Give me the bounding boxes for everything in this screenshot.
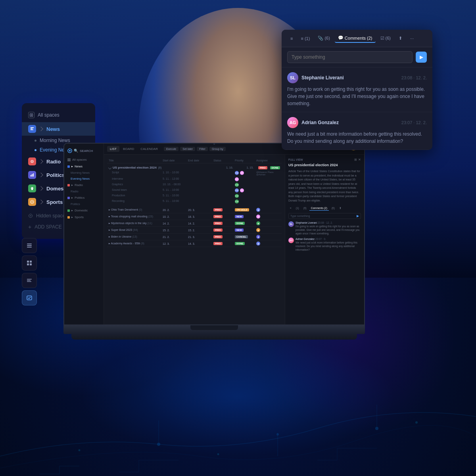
subtask-script-title: Script [112, 171, 161, 176]
rtab-comments[interactable]: Comments (2) [309, 206, 329, 211]
task-texas-start: 10. 2. [163, 215, 186, 218]
comment-2-text: We need just a bit more information befo… [287, 131, 427, 145]
set-later-btn[interactable]: Set later [180, 147, 195, 151]
app-sidebar: 🔍 SEARCH All spaces ▸ News Morning News … [64, 144, 104, 324]
tab-list[interactable]: LIST [107, 146, 119, 152]
task-ohio-start: 20. 2. [163, 209, 186, 211]
tab-calendar[interactable]: CALENDAR [138, 146, 161, 152]
right-input-placeholder[interactable]: Type something [290, 215, 355, 217]
table-header: Title Start date End date Status Priorit… [107, 158, 282, 163]
tool-text-btn[interactable] [22, 273, 37, 288]
tool-list-btn[interactable] [22, 238, 37, 253]
mini-comment-2: AG Adrian Gonzalez 23:07 · 0. We need ju… [288, 238, 361, 251]
tab-more[interactable]: ··· [407, 35, 417, 42]
app-radio-child: Radio [64, 188, 104, 194]
tab-comments[interactable]: 💬 Comments (2) [335, 34, 376, 43]
app-nav-sports[interactable]: ▸ Sports [64, 214, 104, 221]
tool-grid-btn[interactable] [22, 255, 37, 271]
oscars-assignee: ◉ [256, 242, 260, 246]
task-biden-start: 21. 2. [163, 236, 186, 238]
app-nav-evening-news[interactable]: Evening News [64, 176, 104, 182]
tab-attach[interactable]: 📎 (6) [315, 34, 333, 42]
sports-label: Sports [46, 199, 63, 205]
app-sports: Sports [75, 215, 84, 219]
comment-1: SL Stephanie Liverani 23:08 · 12. 2. I'm… [282, 67, 432, 112]
comment-2-header: AG Adrian Gonzalez 23:07 · 12. 2. [287, 117, 427, 128]
ufo-prio: PRIO [213, 222, 223, 225]
fullview-expand[interactable]: ⊞ [354, 158, 357, 161]
sidebar-item-news[interactable]: News [22, 122, 95, 136]
right-panel-tabs: ≡ (1) (6) Comments (2) (6) ⬆ [288, 206, 361, 211]
assignee-km: KM [235, 188, 239, 192]
grid-icon: ⊞ [28, 112, 35, 118]
tab-check[interactable]: ☑ (6) [377, 34, 394, 42]
col-assignee: Assignee [256, 159, 280, 162]
rtab-6a[interactable]: (6) [302, 206, 308, 211]
app-nav-politics[interactable]: ▸ Politics [64, 194, 104, 201]
svg-rect-14 [31, 175, 31, 177]
send-button[interactable]: ▶ [416, 52, 427, 63]
right-panel-description: Article Two of the United States Constit… [288, 169, 361, 203]
svg-rect-23 [30, 261, 32, 263]
tab-upload[interactable]: ⬆ [395, 34, 405, 42]
tool-check-btn[interactable] [22, 290, 37, 305]
rtab-6b[interactable]: (6) [330, 206, 336, 211]
task-superbowl[interactable]: ▸ Super Bowl 2023 (94) 15. 2. 15. 2. PRI… [107, 227, 282, 234]
main-done-badge: DONE [270, 166, 280, 169]
morning-news-label: Morning News [40, 138, 70, 143]
tab-list[interactable]: ≡ (1) [298, 35, 313, 42]
laptop-base-bottom [71, 334, 357, 340]
task-ohio[interactable]: ▸ Ohio Train Derailment (0) 20. 2. 20. 3… [107, 207, 282, 213]
other-tasks: ▸ Ohio Train Derailment (0) 20. 2. 20. 3… [107, 207, 282, 247]
app-nav-news[interactable]: ▸ News [64, 163, 104, 170]
app-nav-all-spaces[interactable]: All spaces [64, 156, 104, 163]
rtab-1[interactable]: (1) [294, 206, 301, 211]
chevron-sports-icon [38, 200, 43, 204]
app-radio-sub: Radio [71, 190, 79, 193]
task-oscars[interactable]: ▸ Academy Awards - 95th (9) 12. 3. 14. 3… [107, 240, 282, 247]
comment-input-area: ▶ [282, 47, 432, 67]
task-ufo-start: 14. 2. [163, 222, 186, 225]
fullview-close[interactable]: ✕ [358, 158, 361, 161]
task-ufo[interactable]: ▸ Mysterious objects in the sky (11) 14.… [107, 220, 282, 227]
politics-label: Politics [46, 172, 65, 178]
group-by-btn[interactable]: Group by [209, 147, 226, 151]
expand-icon [108, 166, 111, 169]
subtask-recording: Recording 5. 11. - 10:00 GW [107, 199, 282, 204]
mini-comment-2-text: We need just a bit more information befo… [296, 241, 361, 251]
right-send-btn[interactable]: ▶ [357, 214, 359, 218]
laptop-camera [213, 143, 215, 145]
svg-rect-21 [27, 247, 32, 248]
sports-icon [28, 198, 36, 206]
comment-input[interactable] [287, 51, 413, 63]
oscars-done: DONE [235, 242, 245, 245]
ohio-hold: ON HOLD [235, 208, 249, 211]
filter-btn[interactable]: Filter [197, 147, 208, 151]
assignee-gw: GW [235, 183, 239, 187]
comment-2: AG Adrian Gonzalez 23:07 · 12. 2. We nee… [282, 112, 432, 150]
main-task-count: (8) [158, 166, 162, 169]
execute-btn[interactable]: Execute [164, 147, 178, 151]
avatar-stephanie: SL [287, 72, 298, 83]
tab-board[interactable]: BOARD [120, 146, 137, 152]
app-nav-domestic[interactable]: ▸ Domestic [64, 207, 104, 214]
mini-avatar-sl: SL [288, 221, 294, 227]
col-priority: Priority [235, 159, 255, 162]
oscars-prio: PRIO [213, 242, 223, 245]
comments-header: ≡ ≡ (1) 📎 (6) 💬 Comments (2) ☑ (6) ⬆ ··· [282, 30, 432, 47]
avatar-adrian: AG [287, 117, 298, 128]
rtab-lines[interactable]: ≡ [288, 206, 293, 211]
task-texas[interactable]: ▸ Texas shopping mall shooting (23) 10. … [107, 213, 282, 220]
subtask-graphics-start: 10. 10. - 08:00 [163, 183, 186, 187]
app-nav-radio[interactable]: ▸ Radio [64, 182, 104, 188]
laptop-base [63, 325, 365, 334]
tab-lines[interactable]: ≡ [287, 35, 296, 42]
news-label: News [46, 126, 60, 132]
app-logo-text: 🔍 [74, 149, 78, 153]
comment-1-author: Stephanie Liverani [301, 75, 344, 81]
subtask-sound: Sound team 5. 11. - 10:00 KM DP [107, 188, 282, 193]
task-ohio-title: ▸ Ohio Train Derailment (0) [109, 208, 161, 211]
app-nav-morning-news[interactable]: Morning News [64, 170, 104, 176]
task-biden[interactable]: ▸ Biden in Ukraine (13) 21. 2. 21. 3. PR… [107, 234, 282, 240]
rtab-up[interactable]: ⬆ [338, 206, 343, 211]
